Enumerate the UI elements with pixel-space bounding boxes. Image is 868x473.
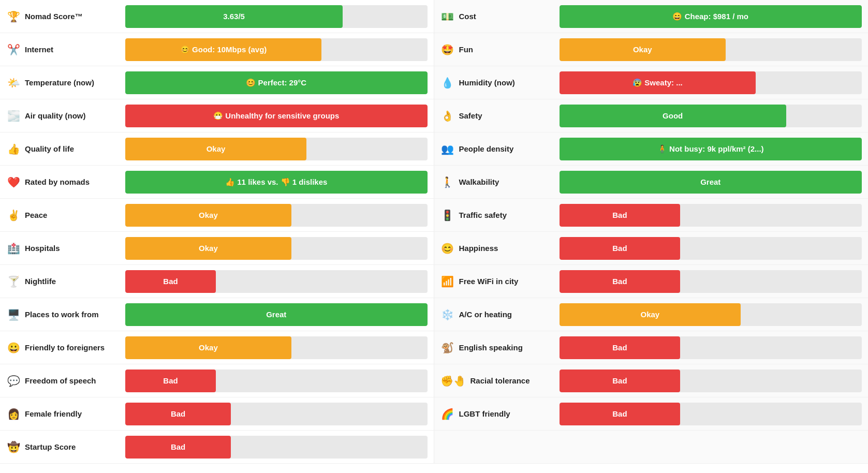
label-text-right-1: Fun — [459, 45, 474, 54]
icon-left-12: 👩 — [6, 408, 21, 420]
bar-section-left-4: Okay — [125, 138, 428, 160]
row-left-2: 🌤️ Temperature (now) 😊 Perfect: 29°C — [0, 66, 434, 99]
bar-track-right-5: Great — [560, 171, 862, 194]
bar-track-left-11: Bad — [125, 369, 428, 392]
row-right-1: 🤩 Fun Okay — [434, 33, 869, 66]
icon-right-1: 🤩 — [440, 43, 455, 56]
icon-left-7: 🏥 — [6, 242, 21, 255]
bar-fill-left-2: 😊 Perfect: 29°C — [125, 71, 428, 94]
label-right-4: 👥 People density — [440, 143, 554, 155]
label-text-left-0: Nomad Score™ — [25, 12, 83, 21]
row-right-9: ❄️ A/C or heating Okay — [434, 298, 869, 331]
label-right-12: 🌈 LGBT friendly — [440, 408, 554, 420]
label-text-right-7: Happiness — [459, 244, 498, 253]
label-text-right-10: English speaking — [459, 343, 523, 352]
label-left-10: 😀 Friendly to foreigners — [6, 342, 120, 354]
row-left-4: 👍 Quality of life Okay — [0, 132, 434, 166]
bar-section-left-11: Bad — [125, 369, 428, 392]
row-left-5: ❤️ Rated by nomads 👍 11 likes vs. 👎 1 di… — [0, 166, 434, 199]
bar-track-right-8: Bad — [560, 270, 862, 293]
icon-left-9: 🖥️ — [6, 308, 21, 321]
bar-fill-right-9: Okay — [560, 303, 741, 326]
bar-track-left-3: 😷 Unhealthy for sensitive groups — [125, 105, 428, 127]
bar-section-right-1: Okay — [560, 38, 862, 61]
icon-right-0: 💵 — [440, 10, 455, 23]
bar-fill-left-5: 👍 11 likes vs. 👎 1 dislikes — [125, 171, 428, 194]
row-left-9: 🖥️ Places to work from Great — [0, 298, 434, 331]
bar-track-left-5: 👍 11 likes vs. 👎 1 dislikes — [125, 171, 428, 194]
bar-section-left-10: Okay — [125, 336, 428, 359]
scores-grid: 🏆 Nomad Score™ 3.63/5 💵 Cost 😄 Cheap: $9… — [0, 0, 868, 464]
label-left-1: ✂️ Internet — [6, 43, 120, 56]
bar-section-right-8: Bad — [560, 270, 862, 293]
bar-section-right-11: Bad — [560, 369, 862, 392]
label-text-right-11: Racial tolerance — [470, 376, 530, 385]
bar-section-right-12: Bad — [560, 403, 862, 425]
row-left-6: ✌️ Peace Okay — [0, 199, 434, 232]
bar-fill-right-10: Bad — [560, 336, 681, 359]
bar-section-left-8: Bad — [125, 270, 428, 293]
label-right-6: 🚦 Traffic safety — [440, 209, 554, 221]
bar-fill-left-4: Okay — [125, 138, 306, 160]
bar-fill-right-11: Bad — [560, 369, 681, 392]
icon-right-7: 😊 — [440, 242, 455, 255]
row-right-12: 🌈 LGBT friendly Bad — [434, 397, 869, 431]
label-left-2: 🌤️ Temperature (now) — [6, 77, 120, 89]
icon-left-6: ✌️ — [6, 209, 21, 221]
row-left-10: 😀 Friendly to foreigners Okay — [0, 331, 434, 364]
bar-track-left-12: Bad — [125, 403, 428, 425]
bar-fill-right-7: Bad — [560, 237, 681, 260]
label-text-left-8: Nightlife — [25, 277, 56, 286]
row-right-6: 🚦 Traffic safety Bad — [434, 199, 869, 232]
icon-left-4: 👍 — [6, 143, 21, 155]
icon-right-4: 👥 — [440, 143, 455, 155]
label-left-5: ❤️ Rated by nomads — [6, 176, 120, 188]
label-text-right-8: Free WiFi in city — [459, 277, 519, 286]
label-left-12: 👩 Female friendly — [6, 408, 120, 420]
bar-section-right-0: 😄 Cheap: $981 / mo — [560, 5, 862, 28]
bar-section-right-10: Bad — [560, 336, 862, 359]
label-right-3: 👌 Safety — [440, 110, 554, 122]
bar-fill-left-6: Okay — [125, 204, 291, 227]
label-left-3: 🌫️ Air quality (now) — [6, 110, 120, 122]
bar-section-left-7: Okay — [125, 237, 428, 260]
bar-section-left-5: 👍 11 likes vs. 👎 1 dislikes — [125, 171, 428, 194]
row-left-11: 💬 Freedom of speech Bad — [0, 364, 434, 397]
bar-section-left-13: Bad — [125, 436, 428, 459]
label-text-left-10: Friendly to foreigners — [25, 343, 105, 352]
bar-fill-left-3: 😷 Unhealthy for sensitive groups — [125, 105, 428, 127]
label-text-right-5: Walkability — [459, 178, 499, 186]
row-left-13: 🤠 Startup Score Bad — [0, 431, 434, 464]
bar-track-left-7: Okay — [125, 237, 428, 260]
label-right-1: 🤩 Fun — [440, 43, 554, 56]
bar-fill-right-1: Okay — [560, 38, 726, 61]
bar-section-right-5: Great — [560, 171, 862, 194]
icon-left-11: 💬 — [6, 375, 21, 387]
label-text-left-7: Hospitals — [25, 244, 60, 253]
bar-section-right-7: Bad — [560, 237, 862, 260]
bar-fill-left-10: Okay — [125, 336, 291, 359]
bar-section-left-3: 😷 Unhealthy for sensitive groups — [125, 105, 428, 127]
row-left-1: ✂️ Internet 😊 Good: 10Mbps (avg) — [0, 33, 434, 66]
label-text-left-1: Internet — [25, 45, 53, 54]
label-text-right-9: A/C or heating — [459, 310, 512, 319]
row-right-4: 👥 People density 🧍 Not busy: 9k ppl/km² … — [434, 132, 869, 166]
bar-fill-right-3: Good — [560, 105, 786, 127]
row-left-3: 🌫️ Air quality (now) 😷 Unhealthy for sen… — [0, 99, 434, 132]
bar-fill-left-11: Bad — [125, 369, 216, 392]
label-right-10: 🐒 English speaking — [440, 342, 554, 354]
icon-right-6: 🚦 — [440, 209, 455, 221]
label-text-left-4: Quality of life — [25, 144, 74, 153]
bar-track-right-4: 🧍 Not busy: 9k ppl/km² (2...) — [560, 138, 862, 160]
label-right-5: 🚶 Walkability — [440, 176, 554, 188]
row-right-10: 🐒 English speaking Bad — [434, 331, 869, 364]
bar-section-left-6: Okay — [125, 204, 428, 227]
bar-fill-right-6: Bad — [560, 204, 681, 227]
icon-right-2: 💧 — [440, 77, 455, 89]
bar-track-right-7: Bad — [560, 237, 862, 260]
bar-track-left-1: 😊 Good: 10Mbps (avg) — [125, 38, 428, 61]
bar-fill-left-13: Bad — [125, 436, 231, 459]
bar-section-right-9: Okay — [560, 303, 862, 326]
bar-track-left-0: 3.63/5 — [125, 5, 428, 28]
bar-fill-left-0: 3.63/5 — [125, 5, 343, 28]
